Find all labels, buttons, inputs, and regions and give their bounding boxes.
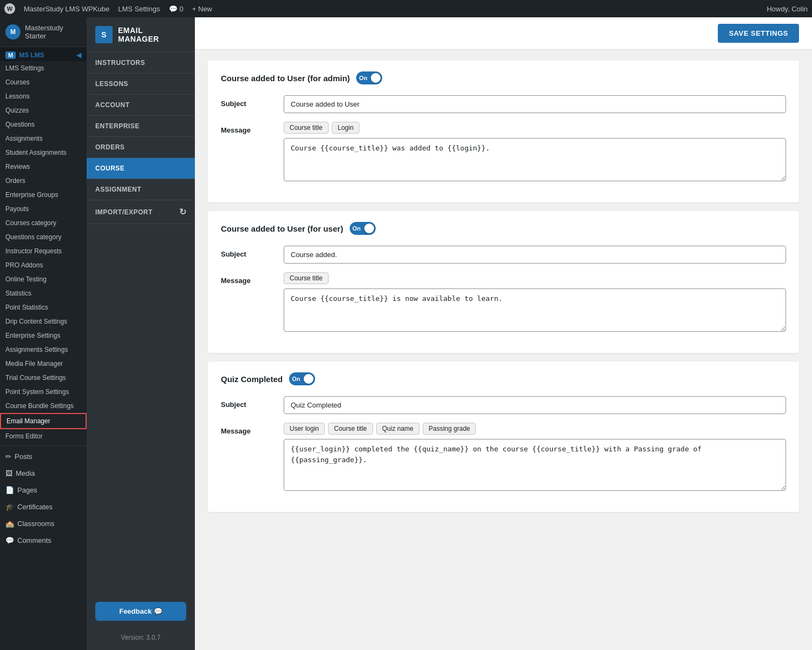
card-course-added-user: Course added to User (for user) On Subje…: [208, 211, 799, 353]
sidebar-quizzes[interactable]: Quizzes: [0, 103, 87, 117]
card1-toggle-label: On: [359, 75, 367, 81]
nav-import-export[interactable]: IMPORT/EXPORT ↻: [87, 200, 195, 224]
site-name-item[interactable]: MasterStudy LMS WPKube: [24, 5, 109, 13]
sidebar-courses-category[interactable]: Courses category: [0, 216, 87, 230]
sidebar-certificates[interactable]: 🎓 Certificates: [0, 498, 87, 515]
sidebar-student-assignments[interactable]: Student Assignments: [0, 146, 87, 160]
card3-tag-quiz-name[interactable]: Quiz name: [376, 423, 420, 435]
sidebar-point-statistics[interactable]: Point Statistics: [0, 300, 87, 314]
sidebar-email-manager[interactable]: Email Manager: [0, 413, 87, 429]
nav-account-label: ACCOUNT: [95, 101, 130, 109]
sidebar-comments[interactable]: 💬 Comments: [0, 532, 87, 549]
card-course-added-admin: Course added to User (for admin) On Subj…: [208, 61, 799, 202]
card3-tag-user-login[interactable]: User login: [284, 423, 325, 435]
card3-toggle[interactable]: On: [289, 372, 315, 385]
card3-toggle-label: On: [292, 376, 300, 382]
sidebar-lms-settings[interactable]: LMS Settings: [0, 61, 87, 75]
sidebar-assignments-settings[interactable]: Assignments Settings: [0, 343, 87, 357]
card3-title: Quiz Completed: [221, 375, 283, 384]
sidebar-lessons[interactable]: Lessons: [0, 89, 87, 103]
sidebar-trial-course-settings[interactable]: Trial Course Settings: [0, 371, 87, 385]
card2-subject-row: Subject: [221, 246, 786, 264]
card1-tag-course-title[interactable]: Course title: [284, 122, 329, 134]
card2-subject-input[interactable]: [284, 246, 786, 264]
sidebar-orders[interactable]: Orders: [0, 174, 87, 188]
comments-item[interactable]: 💬 0: [169, 5, 184, 13]
sidebar-brand: M Masterstudy Starter: [0, 17, 87, 47]
nav-instructors[interactable]: INSTRUCTORS: [87, 52, 195, 74]
sidebar-online-testing[interactable]: Online Testing: [0, 272, 87, 286]
sidebar-enterprise-groups[interactable]: Enterprise Groups: [0, 188, 87, 202]
sidebar-forms-editor[interactable]: Forms Editor: [0, 429, 87, 443]
card1-subject-field: [284, 95, 786, 113]
content-area: SAVE SETTINGS Course added to User (for …: [195, 17, 812, 650]
sidebar-questions[interactable]: Questions: [0, 117, 87, 132]
nav-assignment[interactable]: ASSIGNMENT: [87, 179, 195, 200]
card2-title-row: Course added to User (for user) On: [221, 222, 786, 235]
nav-course[interactable]: COURSE: [87, 158, 195, 179]
nav-orders[interactable]: ORDERS: [87, 137, 195, 158]
card3-tags: User login Course title Quiz name Passin…: [284, 423, 786, 435]
nav-import-export-label: IMPORT/EXPORT: [95, 208, 153, 216]
card3-tag-course-title[interactable]: Course title: [328, 423, 373, 435]
new-item[interactable]: + New: [192, 5, 212, 13]
card2-toggle[interactable]: On: [350, 222, 376, 235]
sidebar-questions-category[interactable]: Questions category: [0, 230, 87, 244]
card3-message-textarea[interactable]: [284, 439, 786, 491]
sidebar-drip-content-settings[interactable]: Drip Content Settings: [0, 314, 87, 329]
sidebar-enterprise-settings[interactable]: Enterprise Settings: [0, 329, 87, 343]
new-label: + New: [192, 5, 212, 13]
card1-subject-label: Subject: [221, 95, 275, 108]
sidebar-course-bundle-settings[interactable]: Course Bundle Settings: [0, 399, 87, 413]
card3-subject-row: Subject: [221, 396, 786, 414]
card1-subject-input[interactable]: [284, 95, 786, 113]
sidebar-pages[interactable]: 📄 Pages: [0, 482, 87, 498]
card2-message-textarea[interactable]: [284, 288, 786, 332]
comments-label: Comments: [17, 536, 51, 544]
left-sidebar: M Masterstudy Starter M MS LMS ◀ LMS Set…: [0, 17, 87, 650]
media-label: Media: [16, 469, 35, 477]
sidebar-assignments[interactable]: Assignments: [0, 132, 87, 146]
sidebar-statistics[interactable]: Statistics: [0, 286, 87, 300]
sidebar-media-file-manager[interactable]: Media File Manager: [0, 357, 87, 371]
comments-icon: 💬: [5, 536, 14, 544]
card3-subject-input[interactable]: [284, 396, 786, 414]
email-manager-logo: S: [95, 26, 113, 43]
sidebar-courses[interactable]: Courses: [0, 75, 87, 89]
feedback-button[interactable]: Feedback 💬: [95, 602, 186, 621]
card1-toggle[interactable]: On: [356, 71, 382, 84]
sidebar-pro-addons[interactable]: PRO Addons: [0, 258, 87, 272]
sidebar-posts[interactable]: ✏ Posts: [0, 448, 87, 465]
sidebar-media[interactable]: 🖼 Media: [0, 465, 87, 482]
sidebar-classrooms[interactable]: 🏫 Classrooms: [0, 515, 87, 532]
sidebar-instructor-requests[interactable]: Instructor Requests: [0, 244, 87, 258]
lms-settings-item[interactable]: LMS Settings: [118, 5, 160, 13]
card3-subject-field: [284, 396, 786, 414]
wp-logo-icon: W: [4, 3, 15, 14]
sidebar-reviews[interactable]: Reviews: [0, 160, 87, 174]
save-settings-button[interactable]: SAVE SETTINGS: [718, 24, 799, 43]
nav-lessons-label: LESSONS: [95, 80, 128, 88]
card2-tag-course-title[interactable]: Course title: [284, 272, 329, 284]
card1-message-textarea[interactable]: [284, 138, 786, 181]
sidebar-point-system-settings[interactable]: Point System Settings: [0, 385, 87, 399]
lms-settings-label: LMS Settings: [118, 5, 160, 13]
nav-lessons[interactable]: LESSONS: [87, 74, 195, 95]
card2-title: Course added to User (for user): [221, 224, 343, 233]
certificates-label: Certificates: [17, 503, 53, 511]
card2-message-field: Course title: [284, 272, 786, 333]
comment-icon: 💬: [169, 5, 178, 13]
brand-icon: M: [5, 24, 21, 40]
ms-lms-section-header[interactable]: M MS LMS ◀: [0, 47, 87, 61]
card2-subject-label: Subject: [221, 246, 275, 258]
site-name: MasterStudy LMS WPKube: [24, 5, 109, 13]
pages-label: Pages: [17, 486, 37, 494]
nav-enterprise[interactable]: ENTERPRISE: [87, 116, 195, 137]
card1-tag-login[interactable]: Login: [332, 122, 359, 134]
sidebar-payouts[interactable]: Payouts: [0, 202, 87, 216]
wp-logo-item[interactable]: W: [4, 3, 15, 14]
card1-message-field: Course title Login: [284, 122, 786, 183]
nav-account[interactable]: ACCOUNT: [87, 95, 195, 116]
card3-tag-passing-grade[interactable]: Passing grade: [423, 423, 476, 435]
email-manager-title: EMAIL MANAGER: [118, 26, 186, 43]
